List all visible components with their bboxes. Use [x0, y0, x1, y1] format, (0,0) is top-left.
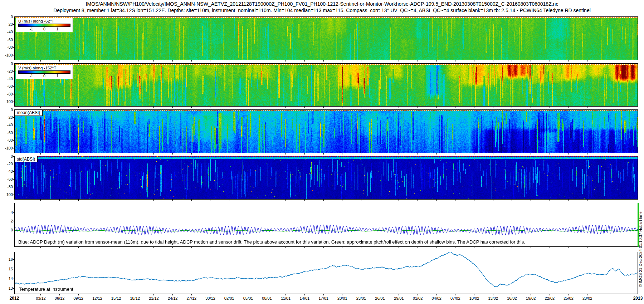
y-tick [13, 148, 14, 148]
x-tick [172, 247, 173, 248]
y-tick-label: 16 [1, 258, 13, 261]
x-tick [531, 294, 531, 295]
x-tick [569, 153, 569, 155]
x-tick [418, 153, 418, 155]
y-tick [13, 140, 14, 141]
y-tick-label: -80 [1, 45, 13, 49]
x-tick [40, 247, 41, 248]
x-tick-label: 09/12 [70, 296, 86, 300]
x-tick [436, 107, 437, 108]
x-tick [40, 200, 41, 201]
v-colorbar-legend: V (m/s) along -152°T -1 0 1 [16, 65, 73, 79]
y-tick-label: -100 [1, 146, 13, 150]
figure: IMOS/ANMN/NSW/PH100/Velocity/IMOS_ANMN-N… [0, 0, 644, 304]
x-tick [342, 294, 342, 295]
y-tick-label: 0 [1, 228, 13, 232]
x-tick-label: 06/12 [52, 296, 68, 300]
x-tick [342, 60, 342, 62]
x-tick-label: 26/01 [372, 296, 388, 300]
y-tick-label: -60 [1, 177, 13, 181]
x-tick [455, 60, 455, 62]
y-tick [13, 187, 14, 187]
y-tick-label: 14 [1, 277, 13, 281]
y-tick [13, 195, 14, 195]
x-tick [531, 247, 531, 248]
x-tick [248, 60, 248, 62]
x-tick [304, 200, 305, 201]
x-tick [436, 247, 437, 248]
x-tick [210, 60, 210, 62]
x-tick-label: 25/02 [561, 296, 576, 300]
v-legend-title: V (m/s) along -152°T [18, 66, 70, 70]
x-tick [191, 294, 192, 295]
x-tick [361, 247, 361, 248]
x-tick [550, 60, 550, 62]
x-tick [380, 153, 380, 155]
mean-absi-label: mean(ABSI) [14, 109, 43, 116]
x-tick [342, 200, 342, 201]
x-tick [323, 200, 324, 201]
x-tick [267, 247, 267, 248]
x-tick [399, 294, 399, 295]
u-colorbar-legend: U (m/s) along -62°T -1 0 1 [16, 18, 73, 32]
x-tick [342, 247, 342, 248]
y-tick [13, 71, 14, 72]
y-tick [13, 125, 14, 125]
y-tick-label: 0 [1, 15, 13, 19]
y-tick-label: -20 [1, 162, 13, 166]
x-tick [587, 200, 587, 201]
x-tick [512, 153, 512, 155]
x-tick [78, 153, 79, 155]
x-tick-label: 17/01 [316, 296, 331, 300]
y-tick-label: 0 [1, 155, 13, 158]
y-tick-label: 13 [1, 286, 13, 290]
y-tick-label: -40 [1, 77, 13, 81]
x-tick [97, 200, 97, 201]
x-tick [267, 153, 267, 155]
x-tick [493, 153, 493, 155]
x-tick [493, 107, 493, 108]
y-tick [13, 117, 14, 118]
x-tick [399, 153, 399, 155]
x-tick [531, 153, 531, 155]
u-colorbar-ticks: -1 0 1 [18, 27, 70, 31]
u-colorbar [18, 24, 70, 27]
x-tick [418, 107, 418, 108]
x-tick-label: 27/12 [184, 296, 199, 300]
x-tick [474, 247, 474, 248]
depth-variation-right-axis [638, 203, 639, 247]
y-tick [13, 230, 14, 230]
x-tick [191, 247, 192, 248]
y-tick [13, 221, 14, 221]
x-tick [399, 247, 399, 248]
y-tick-label: -100 [1, 53, 13, 57]
x-tick [436, 153, 437, 155]
x-tick-label: 10/02 [467, 296, 482, 300]
x-tick [78, 107, 79, 108]
x-tick [248, 294, 248, 295]
std-absi-label: std(ABSI) [14, 156, 38, 162]
x-tick [455, 247, 455, 248]
v-colorbar [18, 70, 70, 74]
x-tick [455, 200, 455, 201]
x-tick-label: 05/01 [240, 296, 256, 300]
y-tick-label: -100 [1, 193, 13, 197]
v-velocity-canvas [15, 64, 638, 106]
y-tick-label: -20 [1, 23, 13, 26]
x-tick [135, 153, 135, 155]
x-tick [116, 153, 116, 155]
y-tick [13, 55, 14, 55]
x-tick [229, 200, 229, 201]
x-tick [135, 200, 135, 201]
y-tick-label: 0 [1, 62, 13, 66]
x-tick [191, 60, 192, 62]
x-tick [474, 153, 474, 155]
x-tick [323, 107, 324, 108]
x-tick [587, 107, 587, 108]
x-tick [248, 107, 248, 108]
y-tick-label: -40 [1, 170, 13, 173]
panel-temperature: Temperature at instrument [14, 252, 638, 294]
x-tick [304, 247, 305, 248]
x-tick [455, 294, 455, 295]
y-tick-label: 2 [1, 219, 13, 223]
